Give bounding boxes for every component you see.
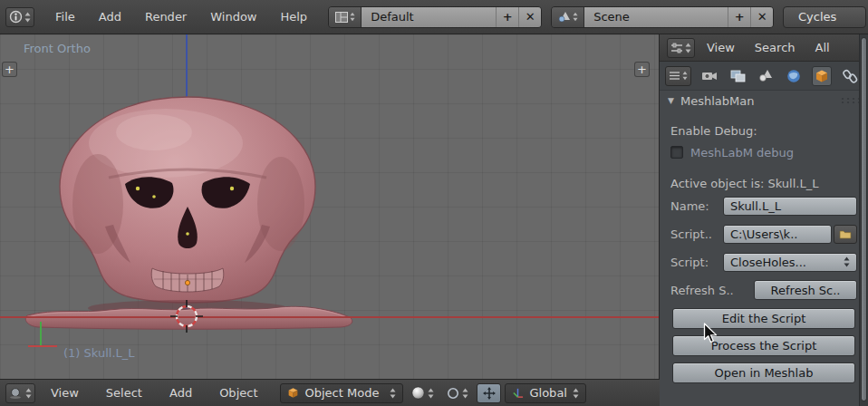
scene-unlink-button[interactable]: ✕ [750,7,773,27]
chevron-updown-icon [428,388,434,399]
script-path-browse-button[interactable] [834,225,857,244]
panel-grip-icon[interactable] [840,97,860,104]
x-axis-line [0,316,659,318]
screen-layout-name-field[interactable]: Default [362,7,496,27]
tab-scene[interactable] [756,66,776,86]
script-select-row: Script: CloseHoles... [670,252,857,272]
chevron-updown-icon [685,43,691,53]
render-engine-select[interactable]: Cycles [783,6,866,28]
props-menu-all[interactable]: All [807,41,838,54]
shading-sphere-icon [411,386,425,400]
tab-filter-selector[interactable] [665,66,691,86]
chevron-updown-icon [25,388,32,399]
properties-editor-selector[interactable] [667,38,695,58]
properties-editor-icon [670,43,683,53]
menu-render[interactable]: Render [133,10,198,24]
skull-mesh[interactable] [18,91,358,334]
viewport-editor-icon [9,387,24,400]
scene-tab-icon [758,69,774,82]
screen-layout-unlink-button[interactable]: ✕ [518,7,541,27]
name-row: Name: Skull.L_L [670,196,857,216]
meshlabman-panel-body: Enable Debug: MeshLabM debug Active obje… [660,111,868,383]
properties-tabs [660,62,868,91]
tab-object[interactable] [812,66,832,86]
translate-manipulator-toggle[interactable] [477,383,501,403]
chevron-updown-icon [350,12,355,22]
menu-object[interactable]: Object [207,386,269,400]
constraints-chain-icon [843,69,858,83]
render-camera-icon [701,69,718,82]
process-script-button[interactable]: Process the Script [672,335,855,356]
script-path-row: Script.. C:\Users\k.. [670,224,857,244]
props-menu-view[interactable]: View [699,41,743,54]
menu-window[interactable]: Window [198,10,268,24]
proportional-edit-select[interactable] [442,387,473,400]
scene-browse-button[interactable] [552,7,584,27]
active-object-label: (1) Skull.L_L [63,346,135,360]
blender-info-icon [9,10,23,24]
tab-render-layers[interactable] [728,66,747,86]
tab-world[interactable] [784,66,804,86]
props-menu-search[interactable]: Search [747,41,804,54]
toolshelf-expand-handle[interactable]: + [2,62,17,77]
script-path-label: Script.. [670,227,723,241]
folder-icon [839,229,852,239]
view-name-label: Front Ortho [24,42,91,55]
mini-axis-gizmo [24,319,63,358]
refresh-script-button[interactable]: Refresh Sc.. [754,280,857,300]
name-input[interactable]: Skull.L_L [723,197,857,216]
list-icon [669,71,680,81]
info-editor-icon[interactable] [5,7,34,27]
chevron-updown-icon [24,12,31,23]
object-mode-cube-icon [287,387,299,399]
chevron-updown-icon [573,388,579,399]
screen-layout-add-button[interactable]: + [496,7,518,27]
open-in-meshlab-button[interactable]: Open in Meshlab [672,362,855,383]
properties-scrollbar-thumb[interactable] [861,37,867,401]
menu-view[interactable]: View [39,386,91,400]
object-cube-icon [815,69,829,83]
script-select[interactable]: CloseHoles... [723,253,857,272]
properties-header: View Search All [660,34,868,62]
viewport-editor-selector[interactable] [5,383,35,403]
translate-manipulator-icon [483,387,496,400]
script-path-input[interactable]: C:\Users\k.. [723,225,832,244]
scene-name-field[interactable]: Scene [584,7,728,27]
mode-select[interactable]: Object Mode [280,383,403,403]
menu-file[interactable]: File [43,10,87,24]
viewport-header: View Select Add Object Object Mode [0,379,660,406]
scene-selector: Scene + ✕ [551,6,774,28]
debug-checkbox-row: MeshLabM debug [670,143,857,161]
enable-debug-label: Enable Debug: [670,118,857,143]
menu-add[interactable]: Add [87,10,133,24]
meshlabman-panel-header[interactable]: ▼ MeshlabMan [660,91,868,111]
tab-render[interactable] [699,66,719,86]
blender-window: File Add Render Window Help Default + ✕ [0,0,868,406]
viewport-shading-select[interactable] [407,386,439,400]
properties-panel: View Search All [660,34,868,406]
edit-script-button[interactable]: Edit the Script [672,308,855,329]
viewport-3d[interactable]: Front Ortho (1) Skull.L_L + + [0,34,660,379]
skull-render [18,91,358,331]
orientation-axes-icon [512,387,524,399]
properties-scrollbar[interactable] [859,34,868,406]
scene-icon [558,11,571,23]
panel-title: MeshlabMan [680,94,754,108]
axis-gizmo-icon [24,319,63,355]
menu-select[interactable]: Select [94,386,154,400]
debug-checkbox-label: MeshLabM debug [690,146,794,160]
collapse-triangle-icon[interactable]: ▼ [668,96,674,105]
sidebar-expand-handle[interactable]: + [634,62,650,77]
chevron-updown-icon [573,12,578,22]
scene-add-button[interactable]: + [728,7,750,27]
menu-help[interactable]: Help [268,10,319,24]
mode-select-label: Object Mode [304,386,384,400]
orientation-select[interactable]: Global [505,383,585,403]
active-object-text: Active object is: Skull.L_L [670,170,857,196]
cursor-3d[interactable] [170,300,203,335]
menu-add-3d[interactable]: Add [158,386,204,400]
info-editor-selector[interactable] [5,7,34,27]
tab-constraints[interactable] [840,66,860,86]
debug-checkbox[interactable] [670,146,683,159]
screen-layout-browse-button[interactable] [329,7,362,27]
